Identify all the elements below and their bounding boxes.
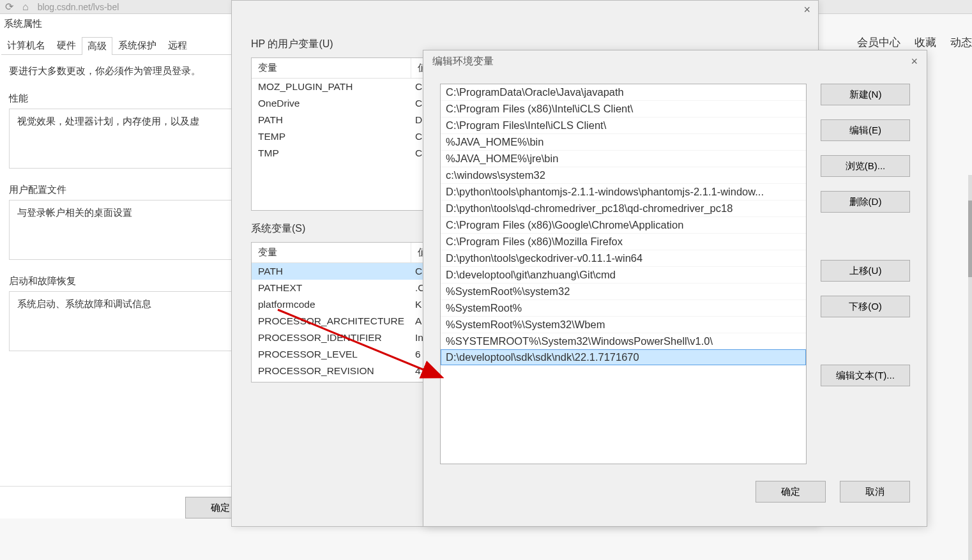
- list-item[interactable]: C:\Program Files (x86)\Mozilla Firefox: [441, 233, 806, 250]
- list-item[interactable]: C:\ProgramData\Oracle\Java\javapath: [441, 84, 806, 100]
- performance-group: 视觉效果，处理器计划，内存使用，以及虚: [9, 109, 255, 169]
- delete-button[interactable]: 删除(D): [821, 191, 910, 213]
- user-vars-label: HP 的用户变量(U): [251, 38, 799, 51]
- list-item[interactable]: D:\developtool\git\anzhuang\Git\cmd: [441, 266, 806, 283]
- page-nav: 会员中心 收藏 动态: [857, 35, 972, 50]
- user-profiles-desc: 与登录帐户相关的桌面设置: [17, 207, 132, 218]
- address-bar-fragment[interactable]: blog.csdn.net/lvs-bel: [38, 2, 119, 12]
- new-button[interactable]: 新建(N): [821, 84, 910, 105]
- performance-title: 性能: [9, 93, 255, 105]
- tab-remote[interactable]: 远程: [162, 36, 193, 54]
- admin-note: 要进行大多数更改，你必须作为管理员登录。: [9, 65, 255, 77]
- performance-desc: 视觉效果，处理器计划，内存使用，以及虚: [17, 116, 199, 126]
- nav-favorites[interactable]: 收藏: [915, 35, 936, 50]
- startup-title: 启动和故障恢复: [9, 275, 255, 287]
- move-up-button[interactable]: 上移(U): [821, 260, 910, 282]
- list-item[interactable]: C:\Program Files\Intel\iCLS Client\: [441, 117, 806, 133]
- list-item[interactable]: D:\python\tools\phantomjs-2.1.1-windows\…: [441, 183, 806, 200]
- scrollbar[interactable]: [968, 175, 972, 560]
- user-profiles-title: 用户配置文件: [9, 184, 255, 196]
- close-icon[interactable]: ×: [911, 55, 918, 68]
- edit-text-button[interactable]: 编辑文本(T)...: [821, 365, 910, 386]
- list-item[interactable]: %SystemRoot%: [441, 299, 806, 316]
- list-item[interactable]: %JAVA_HOME%\bin: [441, 133, 806, 150]
- nav-member-center[interactable]: 会员中心: [857, 35, 900, 50]
- startup-group: 系统启动、系统故障和调试信息: [9, 291, 255, 351]
- move-down-button[interactable]: 下移(O): [821, 296, 910, 317]
- system-properties-tabs: 计算机名 硬件 高级 系统保护 远程: [1, 36, 264, 55]
- edit-env-ok-button[interactable]: 确定: [756, 481, 826, 503]
- tab-advanced[interactable]: 高级: [82, 37, 112, 55]
- edit-env-title: 编辑环境变量: [432, 55, 494, 68]
- list-item[interactable]: D:\developtool\sdk\sdk\ndk\22.1.7171670: [441, 349, 806, 365]
- list-item[interactable]: D:\python\tools\geckodriver-v0.11.1-win6…: [441, 250, 806, 266]
- path-list[interactable]: C:\ProgramData\Oracle\Java\javapathC:\Pr…: [440, 84, 807, 464]
- edit-environment-variable-dialog: 编辑环境变量 × C:\ProgramData\Oracle\Java\java…: [423, 50, 927, 527]
- list-item[interactable]: c:\windows\system32: [441, 167, 806, 183]
- home-icon[interactable]: ⌂: [22, 1, 29, 13]
- list-item[interactable]: D:\python\tools\qd-chromedriver_pc18\qd-…: [441, 200, 806, 216]
- edit-env-buttons: 新建(N) 编辑(E) 浏览(B)... 删除(D) 上移(U) 下移(O) 编…: [821, 84, 910, 464]
- close-icon[interactable]: ×: [803, 3, 810, 17]
- col-variable[interactable]: 变量: [252, 243, 411, 262]
- nav-activity[interactable]: 动态: [950, 35, 972, 50]
- edit-env-cancel-button[interactable]: 取消: [840, 481, 910, 503]
- list-item[interactable]: %SystemRoot%\System32\Wbem: [441, 316, 806, 333]
- tab-hardware[interactable]: 硬件: [51, 36, 82, 54]
- tab-system-protection[interactable]: 系统保护: [112, 36, 162, 54]
- col-variable[interactable]: 变量: [252, 58, 411, 78]
- tab-computer-name[interactable]: 计算机名: [1, 36, 51, 54]
- list-item[interactable]: %JAVA_HOME%\jre\bin: [441, 150, 806, 167]
- list-item[interactable]: %SYSTEMROOT%\System32\WindowsPowerShell\…: [441, 333, 806, 349]
- edit-button[interactable]: 编辑(E): [821, 119, 910, 141]
- list-item[interactable]: C:\Program Files (x86)\Google\Chrome\App…: [441, 216, 806, 233]
- startup-desc: 系统启动、系统故障和调试信息: [17, 298, 151, 309]
- system-properties-window: 系统属性 计算机名 硬件 高级 系统保护 远程 要进行大多数更改，你必须作为管理…: [0, 14, 265, 518]
- user-profiles-group: 与登录帐户相关的桌面设置: [9, 200, 255, 260]
- reload-icon[interactable]: ⟳: [5, 1, 13, 13]
- system-properties-title: 系统属性: [0, 14, 264, 36]
- list-item[interactable]: %SystemRoot%\system32: [441, 283, 806, 299]
- list-item[interactable]: C:\Program Files (x86)\Intel\iCLS Client…: [441, 100, 806, 117]
- browse-button[interactable]: 浏览(B)...: [821, 155, 910, 177]
